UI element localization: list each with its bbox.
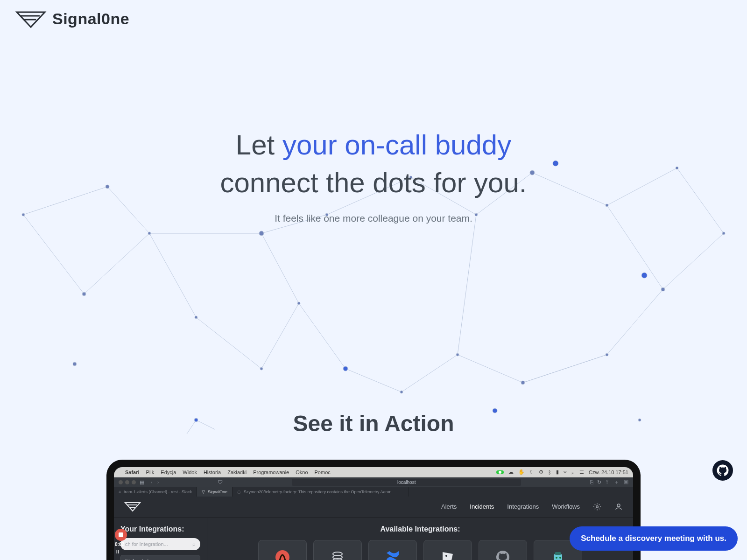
svg-point-30 [148, 232, 151, 235]
svg-line-2 [84, 233, 149, 294]
window-controls [119, 480, 136, 484]
svg-line-6 [261, 303, 299, 369]
svg-line-3 [23, 215, 84, 294]
main-panel: Available Integrations: Alertmanager Bac… [207, 518, 633, 560]
tile-confluence[interactable]: Confluence [368, 540, 417, 560]
app-logo-icon [124, 501, 142, 513]
user-icon[interactable] [614, 503, 623, 511]
svg-line-23 [458, 215, 476, 355]
svg-line-16 [607, 289, 663, 355]
clock-text: Czw. 24.10 17:51 [589, 469, 628, 475]
tab-label: tram-1-alerts (Channel) - rest - Slack [124, 490, 192, 494]
menu-item: Programowanie [253, 469, 289, 475]
nav-incidents[interactable]: Incidents [470, 503, 494, 510]
nav-workflows[interactable]: Workflows [552, 503, 580, 510]
svg-point-61 [445, 555, 447, 557]
sidebar-item-backstage[interactable]: ⬚ backstage [120, 555, 200, 560]
app-body: 0:02 ⏸ Your Integrations: ch for Integra… [114, 518, 633, 560]
menu-item: Zakładki [227, 469, 247, 475]
svg-point-47 [400, 391, 403, 393]
svg-point-31 [82, 292, 86, 296]
browser-tabstrip: ⌗ tram-1-alerts (Channel) - rest - Slack… [114, 487, 633, 497]
svg-rect-65 [555, 552, 561, 555]
url-bar: localhost [292, 479, 521, 486]
svg-line-25 [523, 355, 607, 383]
tile-alertmanager[interactable]: Alertmanager [258, 540, 307, 560]
back-icon: ‹ [151, 479, 153, 485]
share-icon: ⇪ [605, 479, 609, 486]
site-header: Signal0ne [0, 0, 747, 37]
brand-name: Signal0ne [52, 10, 129, 28]
svg-line-5 [196, 317, 261, 369]
svg-line-18 [458, 355, 523, 383]
svg-line-20 [345, 369, 402, 392]
demo-device-frame: Safari Plik Edycja Widok Historia Zakład… [106, 460, 641, 560]
nav-alerts[interactable]: Alerts [441, 503, 457, 510]
screen-record-icon [496, 470, 504, 474]
gear-icon: ⚙︎ [539, 469, 543, 475]
svg-line-21 [299, 303, 345, 369]
nav-integrations[interactable]: Integrations [507, 503, 539, 510]
tab-label: SignalOne [208, 490, 227, 494]
app-nav: Alerts Incidents Integrations Workflows [441, 503, 623, 511]
confluence-icon [385, 549, 401, 560]
pause-icon: ⏸ [115, 549, 123, 555]
wifi-icon: ⌔ [564, 469, 567, 475]
cloud-icon: ☁︎ [508, 469, 514, 475]
hero-line1-pre: Let [236, 129, 282, 161]
alertmanager-icon [275, 549, 290, 560]
tab-label: Szymon20/telemetry-factory: This reposit… [244, 490, 395, 494]
main-title: Available Integrations: [217, 525, 624, 533]
menu-item: Historia [204, 469, 221, 475]
battery-icon: ▮ [556, 469, 559, 475]
github-icon [717, 464, 729, 476]
settings-icon[interactable] [593, 503, 601, 511]
record-time: 0:02 [115, 542, 140, 547]
menu-item: Okno [296, 469, 308, 475]
menu-item: Plik [146, 469, 155, 475]
svg-point-64 [559, 557, 561, 559]
tile-datadog[interactable]: Datadog [423, 540, 472, 560]
schedule-meeting-button[interactable]: Schedule a discovery meeting with us. [570, 526, 738, 551]
svg-line-19 [402, 355, 458, 392]
reader-icon: ⎘ [590, 479, 593, 485]
recording-overlay: 0:02 ⏸ [115, 529, 140, 555]
sidebar: 0:02 ⏸ Your Integrations: ch for Integra… [114, 518, 207, 560]
tile-backstage[interactable]: Backstage [313, 540, 362, 560]
hero-line2: connect the dots for you. [220, 167, 527, 198]
privacy-icon: 🛡︎ [218, 479, 223, 485]
record-button-icon [115, 529, 127, 541]
cube-icon: ⬚ [125, 558, 130, 560]
control-center-icon: ☲ [579, 469, 584, 475]
svg-point-42 [722, 232, 725, 235]
moon-icon: ☾ [529, 469, 534, 475]
newtab-icon: ＋ [614, 479, 619, 486]
svg-point-43 [661, 287, 665, 291]
github-fab[interactable] [712, 460, 733, 481]
reload-icon: ↻ [597, 479, 601, 485]
hero-line1-accent: your on-call buddy [282, 129, 511, 161]
sidebar-item-label: backstage [133, 558, 158, 560]
svg-point-35 [259, 231, 264, 236]
cta-label: Schedule a discovery meeting with us. [581, 534, 726, 543]
browser-tab: ⌗ tram-1-alerts (Channel) - rest - Slack [114, 487, 197, 497]
tile-github[interactable]: GitHub [479, 540, 527, 560]
signalone-favicon-icon: ▽ [202, 490, 205, 494]
url-text: localhost [397, 480, 416, 485]
browser-tab: ◌ Szymon20/telemetry-factory: This repos… [233, 487, 409, 497]
svg-point-45 [521, 381, 525, 385]
search-icon: ⌕ [192, 541, 196, 547]
brand-logo[interactable]: Signal0ne [15, 8, 129, 29]
browser-toolbar: ▤ ‹› 🛡︎ localhost ⎘ ↻ ⇪ ＋ ▣ [114, 477, 633, 488]
svg-point-44 [606, 353, 608, 356]
svg-point-33 [260, 367, 263, 370]
demo-screen: Safari Plik Edycja Widok Historia Zakład… [114, 467, 633, 560]
bluetooth-icon: ᛒ [548, 469, 551, 475]
menu-item: Edycja [161, 469, 176, 475]
github-icon [495, 549, 511, 560]
svg-point-32 [195, 316, 197, 319]
svg-point-63 [556, 557, 557, 559]
search-icon: ⌕ [571, 469, 575, 475]
slack-favicon-icon: ⌗ [119, 490, 121, 495]
svg-point-46 [456, 353, 459, 356]
